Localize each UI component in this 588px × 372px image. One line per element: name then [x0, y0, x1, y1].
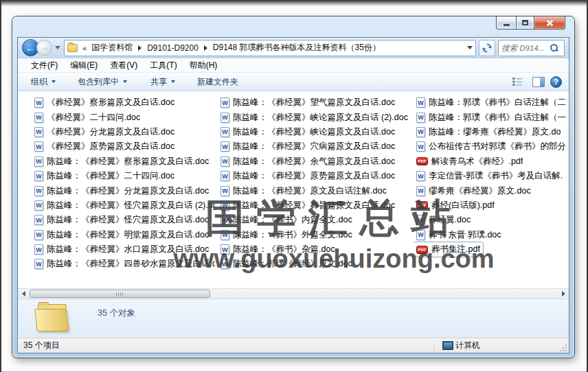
file-item[interactable]: W陈益峰：《葬经翼》察形篇原文及白话.doc — [32, 154, 212, 169]
file-item[interactable]: W陈益峰：《葬经翼》原文及白话注解.doc — [218, 183, 389, 198]
file-name: 李定信晋-郭璞《葬书》考及白话解. — [429, 170, 563, 182]
file-item[interactable]: W葬经翼.doc — [414, 213, 473, 227]
file-item[interactable]: W陈益峰：《葬经翼》余气篇原文及白话.doc — [218, 154, 398, 169]
preview-pane-button[interactable] — [532, 77, 545, 87]
file-item[interactable]: W陈益峰：《葬书》杂篇.doc — [218, 242, 338, 257]
pdf-file-icon: PDF — [416, 246, 428, 254]
search-box[interactable] — [498, 40, 565, 56]
file-item[interactable]: W《葬经翼》二十四问.doc — [32, 110, 143, 124]
organize-button[interactable]: 组织 — [25, 74, 62, 90]
menu-bar: 文件(F) 编辑(E) 查看(V) 工具(T) 帮助(H) — [18, 58, 569, 72]
horizontal-scrollbar[interactable] — [18, 288, 569, 299]
scrollbar-thumb[interactable] — [30, 290, 210, 298]
file-name: 《葬经翼》原势篇原文及白话.doc — [47, 141, 174, 152]
breadcrumb-crumb-2[interactable]: D9101-D9200 — [146, 43, 200, 53]
breadcrumb-overflow[interactable]: « — [82, 44, 87, 52]
file-item[interactable]: W陈益峰：《葬经翼》四兽砂水篇原文及白话.doc — [32, 257, 218, 271]
file-name: 《葬经翼》分龙篇原文及白话.doc — [47, 126, 174, 138]
file-item[interactable]: W陈益峰：《葬经翼》二十四问.doc — [32, 169, 177, 183]
file-item[interactable]: W陈益峰：《葬书》外篇全文.doc — [218, 228, 355, 242]
organize-label: 组织 — [31, 76, 47, 88]
file-item[interactable]: W陈益峰：《葬经翼》穴病篇原文及白话.doc — [218, 139, 398, 154]
file-item[interactable]: PDF解读青乌术《葬经》.pdf — [414, 154, 525, 169]
new-folder-button[interactable]: 新建文件夹 — [191, 74, 245, 90]
file-item[interactable]: W《葬经翼》原势篇原文及白话.doc — [32, 139, 177, 154]
word-file-icon: W — [220, 97, 229, 108]
file-item[interactable]: W葬书 东晋 郭璞.doc — [414, 228, 504, 242]
file-item[interactable]: W陈益峰：《葬经翼》明堂篇原文及白话.doc — [32, 228, 212, 242]
file-item[interactable]: W陈益峰：《葬经翼》怪穴篇原文及白话.doc — [32, 213, 212, 227]
location-label: 计算机 — [455, 340, 480, 351]
word-file-icon: W — [416, 186, 425, 196]
file-item[interactable]: PDF葬经(白话版).pdf — [414, 198, 497, 213]
explorer-window: ← → « 国学资料馆 D9101-D9200 D9148 郭璞葬书各种版本及注… — [12, 16, 574, 358]
chevron-down-icon — [52, 80, 56, 83]
address-bar[interactable]: « 国学资料馆 D9101-D9200 D9148 郭璞葬书各种版本及注释资料（… — [64, 40, 476, 56]
word-file-icon: W — [34, 171, 43, 181]
file-item[interactable]: W《葬经翼》分龙篇原文及白话.doc — [32, 125, 177, 139]
word-file-icon: W — [220, 215, 229, 225]
file-item[interactable]: W陈益峰：《葬经翼》望气篇原文及白话.doc — [218, 95, 398, 110]
breadcrumb-crumb-3[interactable]: D9148 郭璞葬书各种版本及注释资料（35份） — [212, 42, 382, 54]
file-item[interactable]: W陈益峰：《葬经翼》水口篇原文及白话.doc — [32, 242, 212, 257]
menu-view[interactable]: 查看(V) — [104, 60, 144, 71]
forward-button[interactable]: → — [36, 40, 52, 56]
refresh-button[interactable] — [479, 40, 495, 56]
recent-pages-chevron-icon[interactable] — [55, 46, 60, 49]
file-item[interactable]: W陈益峰：《葬经翼》怪穴篇原文及白话 (2).doc — [32, 198, 218, 213]
close-button[interactable] — [534, 16, 565, 30]
folder-icon — [36, 304, 70, 333]
menu-edit[interactable]: 编辑(E) — [64, 60, 104, 71]
file-item[interactable]: W公布祖传古书对郭璞《葬书》的部分 — [414, 139, 569, 154]
file-item[interactable]: W陈益峰：郭璞《葬书》白话注解（一 — [414, 110, 569, 124]
file-column: W陈益峰：《葬经翼》望气篇原文及白话.docW陈益峰：《葬经翼》峡论篇原文及白话… — [218, 95, 414, 272]
file-item[interactable]: W陈益峰：《葬经翼》峡论篇原文及白话.doc — [218, 125, 398, 139]
file-item[interactable]: W陈益峰：郭璞《葬经》原文.doc — [218, 257, 355, 271]
file-item[interactable]: W《葬经翼》察形篇原文及白话.doc — [32, 95, 177, 110]
file-item[interactable]: W陈益峰：《葬书》内篇全文.doc — [218, 213, 355, 227]
file-item[interactable]: W陈益峰：缪希雍《葬经翼》原文.do — [414, 125, 563, 139]
screenshot-background: ← → « 国学资料馆 D9101-D9200 D9148 郭璞葬书各种版本及注… — [0, 0, 588, 372]
minimize-button[interactable] — [496, 16, 516, 30]
word-file-icon: W — [220, 113, 229, 123]
share-button[interactable]: 共享 — [144, 74, 181, 90]
search-input[interactable] — [501, 44, 550, 52]
file-name: 陈益峰：《葬经翼》分龙篇原文及白话.doc — [47, 185, 209, 197]
include-in-library-button[interactable]: 包含到库中 — [71, 74, 133, 90]
word-file-icon: W — [220, 141, 229, 152]
file-item[interactable]: W陈益峰：《葬经翼》峡论篇原文及白话 (2).doc — [218, 110, 411, 124]
change-view-button[interactable] — [512, 77, 523, 86]
views-icon — [512, 77, 523, 86]
file-item[interactable]: W李定信晋-郭璞《葬书》考及白话解. — [414, 169, 565, 183]
search-icon[interactable] — [550, 43, 558, 52]
resize-grip[interactable] — [560, 344, 567, 351]
pdf-file-icon: PDF — [416, 201, 428, 209]
file-item[interactable]: W陈益峰：郭璞《葬书》白话注解（二 — [414, 95, 569, 110]
maximize-button[interactable] — [516, 16, 534, 30]
file-name: 陈益峰：《葬经翼》明堂篇原文及白话.doc — [47, 229, 209, 241]
menu-file[interactable]: 文件(F) — [25, 60, 64, 71]
breadcrumb-crumb-1[interactable]: 国学资料馆 — [90, 42, 134, 54]
address-dropdown-icon[interactable] — [467, 46, 473, 49]
menu-tools[interactable]: 工具(T) — [144, 60, 183, 71]
file-item[interactable]: W陈益峰：《葬经翼》分龙篇原文及白话.doc — [32, 183, 212, 198]
file-name: 陈益峰：《葬经翼》怪穴篇原文及白话 (2).doc — [47, 200, 215, 211]
scroll-left-button[interactable] — [18, 289, 29, 299]
file-item[interactable]: PDF葬书集注.pdf — [414, 242, 483, 257]
file-item[interactable]: W缪希雍《葬经翼》原文.doc — [414, 183, 534, 198]
file-name: 陈益峰：《葬经翼》原文及白话注解.doc — [233, 185, 387, 197]
file-name: 陈益峰：《葬经翼》望气篇原文及白话.doc — [233, 97, 395, 108]
file-item[interactable]: W陈益峰：《葬经翼》原势篇原文及白话.doc — [218, 169, 398, 183]
file-name: 葬经翼.doc — [429, 214, 471, 226]
minimize-icon — [504, 24, 510, 26]
file-name: 陈益峰：《葬经翼》葬旨篇原文及白话.doc — [233, 200, 395, 211]
file-name: 解读青乌术《葬经》.pdf — [431, 156, 523, 167]
chevron-down-icon — [171, 80, 175, 83]
back-arrow-icon: ← — [25, 42, 36, 54]
help-button[interactable]: ? — [550, 76, 562, 88]
file-item[interactable]: W陈益峰：《葬经翼》葬旨篇原文及白话.doc — [218, 198, 398, 213]
scroll-right-button[interactable] — [558, 289, 569, 299]
file-column: W《葬经翼》察形篇原文及白话.docW《葬经翼》二十四问.docW《葬经翼》分龙… — [18, 95, 218, 272]
file-name: 陈益峰：郭璞《葬书》白话注解（一 — [429, 112, 566, 124]
menu-help[interactable]: 帮助(H) — [183, 60, 224, 71]
